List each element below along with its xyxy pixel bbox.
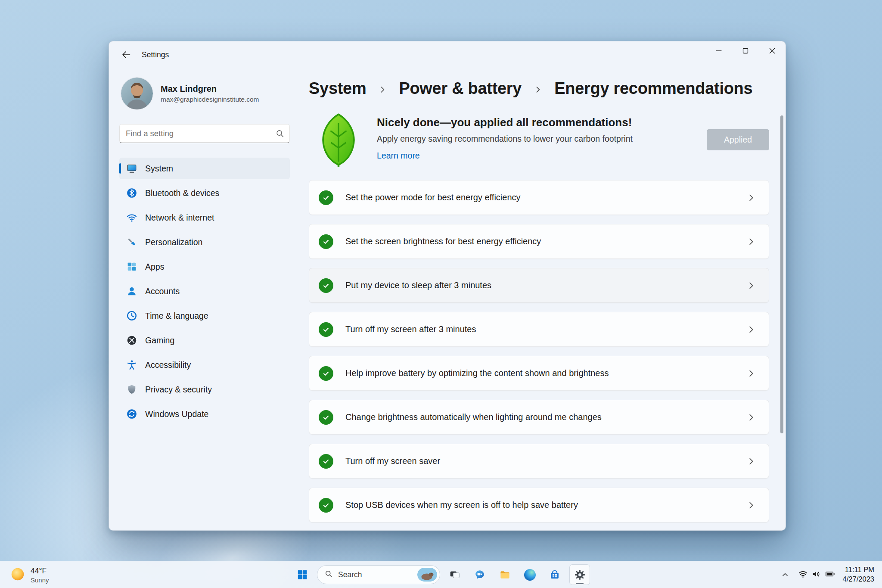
sidebar-item-time-language[interactable]: Time & language [119,305,290,327]
sidebar-item-label: Apps [145,262,164,272]
sidebar-item-system[interactable]: System [119,158,290,179]
settings-gear-icon [574,569,586,581]
back-button[interactable] [118,46,135,63]
account-profile[interactable]: Max Lindgren max@graphicdesigninstitute.… [121,78,290,109]
hero-title: Nicely done—you applied all recommendati… [377,116,633,129]
accounts-icon [126,286,137,297]
scrollbar[interactable] [780,115,783,433]
minimize-button[interactable] [705,41,732,60]
sidebar-item-label: Privacy & security [145,385,212,395]
bluetooth-icon [126,187,137,199]
breadcrumb-system[interactable]: System [309,79,366,98]
tray-overflow-button[interactable] [777,565,793,584]
recommendation-row-screen-brightness[interactable]: Set the screen brightness for best energ… [309,224,769,259]
taskbar-search[interactable]: Search [317,565,440,584]
battery-icon [825,569,835,581]
recommendation-label: Help improve battery by optimizing the c… [345,368,609,378]
find-setting-input[interactable] [119,124,290,143]
chevron-right-icon [746,413,756,422]
apps-icon [126,261,137,272]
sidebar-item-network-internet[interactable]: Network & internet [119,207,290,228]
sidebar-item-label: Accounts [145,286,180,296]
recommendation-row-battery-content[interactable]: Help improve battery by optimizing the c… [309,356,769,391]
breadcrumb-power-battery[interactable]: Power & battery [399,79,522,98]
weather-widget[interactable]: 44°F Sunny [3,564,56,586]
maximize-button[interactable] [732,41,759,60]
sidebar-item-gaming[interactable]: Gaming [119,330,290,351]
recommendation-row-usb[interactable]: Stop USB devices when my screen is off t… [309,488,769,523]
account-email: max@graphicdesigninstitute.com [161,96,259,103]
personalization-icon [126,236,137,248]
taskbar-search-label: Search [338,570,362,579]
check-icon [319,454,333,469]
task-view-icon [449,569,460,580]
breadcrumb-separator-icon [378,85,387,94]
chat-button[interactable] [469,564,490,585]
close-icon [767,46,777,56]
applied-button[interactable]: Applied [707,129,769,150]
edge-button[interactable] [519,564,540,585]
recommendation-label: Stop USB devices when my screen is off t… [345,500,578,510]
gaming-icon [126,335,137,346]
chevron-right-icon [746,325,756,334]
leaf-icon [315,112,362,167]
recommendation-row-power-mode[interactable]: Set the power mode for best energy effic… [309,180,769,215]
recommendation-label: Change brightness automatically when lig… [345,412,602,422]
check-icon [319,410,333,425]
hero-text: Nicely done—you applied all recommendati… [377,112,633,161]
check-icon [319,498,333,513]
weather-condition: Sunny [31,576,49,584]
chevron-right-icon [746,281,756,290]
breadcrumb-separator-icon [534,85,542,94]
start-icon [297,569,308,580]
recommendation-row-screen-saver[interactable]: Turn off my screen saver [309,444,769,479]
sidebar-item-label: Bluetooth & devices [145,188,219,198]
close-button[interactable] [759,41,786,60]
start-button[interactable] [292,564,313,585]
check-icon [319,234,333,249]
settings-window: Settings [109,41,786,531]
sidebar-item-windows-update[interactable]: Windows Update [119,403,290,425]
chevron-right-icon [746,193,756,202]
sidebar-item-bluetooth-devices[interactable]: Bluetooth & devices [119,182,290,204]
breadcrumb-current-page: Energy recommendations [554,79,752,98]
recommendation-row-screen-off[interactable]: Turn off my screen after 3 minutes [309,312,769,347]
sidebar-item-personalization[interactable]: Personalization [119,231,290,253]
recommendation-row-auto-brightness[interactable]: Change brightness automatically when lig… [309,400,769,435]
windows-update-icon [126,408,137,420]
file-explorer-button[interactable] [494,564,515,585]
learn-more-link[interactable]: Learn more [377,151,420,161]
sidebar-item-label: Personalization [145,237,202,247]
microsoft-store-button[interactable] [544,564,565,585]
taskbar-clock[interactable]: 11:11 PM 4/27/2023 [840,565,879,584]
avatar [121,78,153,109]
window-title: Settings [142,50,169,59]
system-icon [126,163,137,174]
titlebar: Settings [109,41,786,68]
settings-taskbar-button[interactable] [569,564,590,585]
sidebar-item-accounts[interactable]: Accounts [119,280,290,302]
sidebar-item-label: Gaming [145,336,174,345]
breadcrumb: System Power & battery Energy recommenda… [309,79,769,98]
weather-text: 44°F Sunny [31,566,49,584]
sidebar-item-accessibility[interactable]: Accessibility [119,354,290,376]
edge-icon [524,569,536,581]
recommendation-label: Set the power mode for best energy effic… [345,193,521,202]
network-volume-battery-button[interactable] [794,565,839,584]
recommendations-list: Set the power mode for best energy effic… [309,180,769,523]
chevron-right-icon [746,457,756,466]
task-view-button[interactable] [444,564,465,585]
recommendation-row-sleep[interactable]: Put my device to sleep after 3 minutes [309,268,769,303]
sidebar-item-label: Windows Update [145,409,208,419]
sidebar-item-apps[interactable]: Apps [119,256,290,277]
check-icon [319,190,333,205]
sidebar-item-privacy-security[interactable]: Privacy & security [119,379,290,400]
search-highlight-image[interactable] [417,568,437,582]
sidebar-item-label: System [145,164,173,174]
account-text: Max Lindgren max@graphicdesigninstitute.… [161,84,259,103]
clock-date: 4/27/2023 [843,575,874,584]
privacy-security-icon [126,384,137,395]
search-icon [275,129,285,140]
open-app-indicator [576,583,584,584]
sidebar-item-label: Accessibility [145,360,191,370]
